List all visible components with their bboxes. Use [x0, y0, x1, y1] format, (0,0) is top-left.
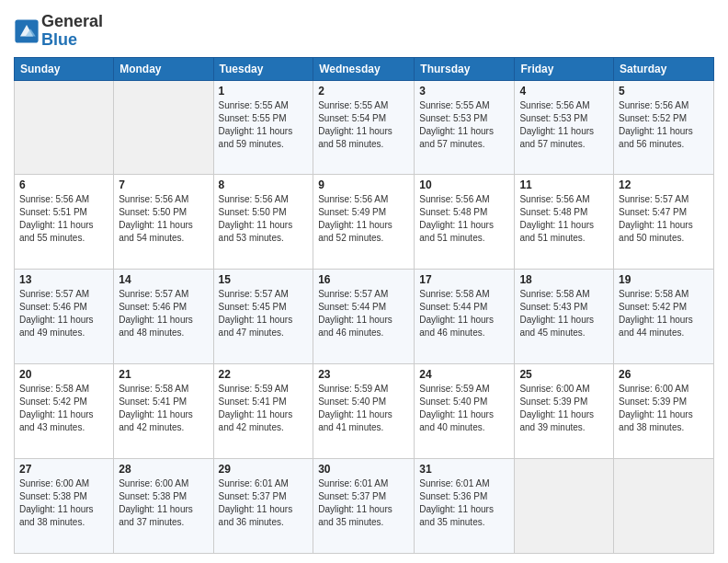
day-info: Sunrise: 6:00 AM Sunset: 5:39 PM Dayligh… — [519, 383, 609, 434]
calendar-cell: 20Sunrise: 5:58 AM Sunset: 5:42 PM Dayli… — [15, 364, 114, 459]
calendar-cell — [515, 459, 614, 554]
calendar-cell: 12Sunrise: 5:57 AM Sunset: 5:47 PM Dayli… — [614, 175, 714, 270]
day-number: 12 — [619, 178, 709, 191]
calendar-cell: 28Sunrise: 6:00 AM Sunset: 5:38 PM Dayli… — [114, 459, 213, 554]
day-number: 13 — [19, 273, 108, 286]
day-info: Sunrise: 5:58 AM Sunset: 5:42 PM Dayligh… — [619, 288, 709, 339]
calendar-week-row: 27Sunrise: 6:00 AM Sunset: 5:38 PM Dayli… — [15, 459, 714, 554]
day-info: Sunrise: 5:57 AM Sunset: 5:44 PM Dayligh… — [318, 288, 409, 339]
logo: General Blue — [14, 13, 103, 50]
calendar-day-header: Saturday — [614, 57, 714, 80]
day-number: 30 — [318, 463, 409, 476]
day-info: Sunrise: 5:59 AM Sunset: 5:40 PM Dayligh… — [419, 383, 509, 434]
day-number: 21 — [119, 368, 208, 381]
day-info: Sunrise: 5:59 AM Sunset: 5:40 PM Dayligh… — [318, 383, 409, 434]
calendar-cell: 9Sunrise: 5:56 AM Sunset: 5:49 PM Daylig… — [313, 175, 415, 270]
day-number: 11 — [519, 178, 609, 191]
calendar-cell: 21Sunrise: 5:58 AM Sunset: 5:41 PM Dayli… — [114, 364, 213, 459]
day-info: Sunrise: 5:56 AM Sunset: 5:51 PM Dayligh… — [19, 193, 108, 245]
day-info: Sunrise: 6:01 AM Sunset: 5:37 PM Dayligh… — [219, 477, 309, 529]
calendar-cell: 23Sunrise: 5:59 AM Sunset: 5:40 PM Dayli… — [313, 364, 415, 459]
day-number: 24 — [419, 368, 509, 381]
calendar-cell: 31Sunrise: 6:01 AM Sunset: 5:36 PM Dayli… — [415, 459, 515, 554]
day-info: Sunrise: 5:56 AM Sunset: 5:52 PM Dayligh… — [619, 99, 709, 151]
day-number: 3 — [419, 85, 509, 98]
day-info: Sunrise: 6:00 AM Sunset: 5:38 PM Dayligh… — [119, 477, 208, 529]
calendar-week-row: 20Sunrise: 5:58 AM Sunset: 5:42 PM Dayli… — [15, 364, 714, 459]
day-info: Sunrise: 6:00 AM Sunset: 5:39 PM Dayligh… — [619, 383, 709, 434]
day-number: 25 — [519, 368, 609, 381]
day-number: 9 — [318, 178, 409, 191]
day-info: Sunrise: 5:59 AM Sunset: 5:41 PM Dayligh… — [219, 383, 309, 434]
day-number: 8 — [219, 178, 309, 191]
calendar-cell: 24Sunrise: 5:59 AM Sunset: 5:40 PM Dayli… — [415, 364, 515, 459]
day-number: 1 — [219, 85, 309, 98]
header: General Blue — [14, 9, 714, 50]
calendar-day-header: Monday — [114, 57, 213, 80]
calendar-cell: 29Sunrise: 6:01 AM Sunset: 5:37 PM Dayli… — [213, 459, 313, 554]
calendar-cell — [614, 459, 714, 554]
calendar-day-header: Friday — [515, 57, 614, 80]
day-info: Sunrise: 5:58 AM Sunset: 5:43 PM Dayligh… — [519, 288, 609, 339]
calendar-cell: 8Sunrise: 5:56 AM Sunset: 5:50 PM Daylig… — [213, 175, 313, 270]
day-number: 6 — [19, 178, 108, 191]
day-info: Sunrise: 5:57 AM Sunset: 5:46 PM Dayligh… — [19, 288, 108, 339]
calendar-cell: 27Sunrise: 6:00 AM Sunset: 5:38 PM Dayli… — [15, 459, 114, 554]
calendar-cell: 17Sunrise: 5:58 AM Sunset: 5:44 PM Dayli… — [415, 270, 515, 364]
day-number: 28 — [119, 463, 208, 476]
day-number: 22 — [219, 368, 309, 381]
day-number: 27 — [19, 463, 108, 476]
calendar-cell: 25Sunrise: 6:00 AM Sunset: 5:39 PM Dayli… — [515, 364, 614, 459]
day-info: Sunrise: 5:57 AM Sunset: 5:46 PM Dayligh… — [119, 288, 208, 339]
day-number: 26 — [619, 368, 709, 381]
calendar-cell: 15Sunrise: 5:57 AM Sunset: 5:45 PM Dayli… — [213, 270, 313, 364]
day-number: 18 — [519, 273, 609, 286]
calendar: SundayMondayTuesdayWednesdayThursdayFrid… — [14, 57, 714, 554]
day-number: 2 — [318, 85, 409, 98]
calendar-cell: 13Sunrise: 5:57 AM Sunset: 5:46 PM Dayli… — [15, 270, 114, 364]
calendar-week-row: 6Sunrise: 5:56 AM Sunset: 5:51 PM Daylig… — [15, 175, 714, 270]
calendar-cell: 16Sunrise: 5:57 AM Sunset: 5:44 PM Dayli… — [313, 270, 415, 364]
day-number: 7 — [119, 178, 208, 191]
calendar-day-header: Tuesday — [213, 57, 313, 80]
day-number: 10 — [419, 178, 509, 191]
calendar-cell: 5Sunrise: 5:56 AM Sunset: 5:52 PM Daylig… — [614, 80, 714, 175]
day-info: Sunrise: 6:01 AM Sunset: 5:36 PM Dayligh… — [419, 477, 509, 529]
calendar-cell: 11Sunrise: 5:56 AM Sunset: 5:48 PM Dayli… — [515, 175, 614, 270]
calendar-cell: 22Sunrise: 5:59 AM Sunset: 5:41 PM Dayli… — [213, 364, 313, 459]
day-info: Sunrise: 5:58 AM Sunset: 5:44 PM Dayligh… — [419, 288, 509, 339]
calendar-cell: 4Sunrise: 5:56 AM Sunset: 5:53 PM Daylig… — [515, 80, 614, 175]
day-info: Sunrise: 5:58 AM Sunset: 5:42 PM Dayligh… — [19, 383, 108, 434]
calendar-cell: 6Sunrise: 5:56 AM Sunset: 5:51 PM Daylig… — [15, 175, 114, 270]
calendar-week-row: 1Sunrise: 5:55 AM Sunset: 5:55 PM Daylig… — [15, 80, 714, 175]
day-info: Sunrise: 5:58 AM Sunset: 5:41 PM Dayligh… — [119, 383, 208, 434]
calendar-cell: 19Sunrise: 5:58 AM Sunset: 5:42 PM Dayli… — [614, 270, 714, 364]
day-info: Sunrise: 5:57 AM Sunset: 5:47 PM Dayligh… — [619, 193, 709, 245]
logo-icon — [14, 18, 40, 44]
day-info: Sunrise: 6:01 AM Sunset: 5:37 PM Dayligh… — [318, 477, 409, 529]
calendar-cell: 14Sunrise: 5:57 AM Sunset: 5:46 PM Dayli… — [114, 270, 213, 364]
calendar-cell: 3Sunrise: 5:55 AM Sunset: 5:53 PM Daylig… — [415, 80, 515, 175]
day-number: 16 — [318, 273, 409, 286]
day-info: Sunrise: 5:56 AM Sunset: 5:50 PM Dayligh… — [219, 193, 309, 245]
calendar-day-header: Thursday — [415, 57, 515, 80]
calendar-cell: 30Sunrise: 6:01 AM Sunset: 5:37 PM Dayli… — [313, 459, 415, 554]
day-number: 14 — [119, 273, 208, 286]
day-number: 23 — [318, 368, 409, 381]
calendar-header-row: SundayMondayTuesdayWednesdayThursdayFrid… — [15, 57, 714, 80]
calendar-cell — [15, 80, 114, 175]
day-number: 4 — [519, 85, 609, 98]
day-info: Sunrise: 5:55 AM Sunset: 5:55 PM Dayligh… — [219, 99, 309, 151]
day-info: Sunrise: 5:55 AM Sunset: 5:54 PM Dayligh… — [318, 99, 409, 151]
day-number: 17 — [419, 273, 509, 286]
day-number: 5 — [619, 85, 709, 98]
calendar-cell: 10Sunrise: 5:56 AM Sunset: 5:48 PM Dayli… — [415, 175, 515, 270]
calendar-day-header: Wednesday — [313, 57, 415, 80]
calendar-cell: 18Sunrise: 5:58 AM Sunset: 5:43 PM Dayli… — [515, 270, 614, 364]
day-number: 29 — [219, 463, 309, 476]
day-number: 15 — [219, 273, 309, 286]
calendar-cell — [114, 80, 213, 175]
logo-text: General Blue — [41, 13, 103, 50]
day-info: Sunrise: 6:00 AM Sunset: 5:38 PM Dayligh… — [19, 477, 108, 529]
day-info: Sunrise: 5:56 AM Sunset: 5:49 PM Dayligh… — [318, 193, 409, 245]
